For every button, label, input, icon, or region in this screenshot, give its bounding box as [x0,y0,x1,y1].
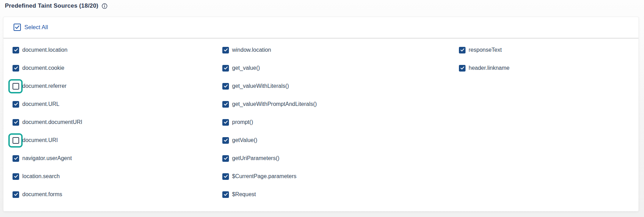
taint-source-label[interactable]: get_valueWithLiterals() [232,83,289,89]
taint-source-checkbox[interactable] [459,65,466,72]
taint-source-label[interactable]: navigator.userAgent [22,155,72,161]
taint-source-checkbox[interactable] [459,47,466,53]
taint-source-checkbox[interactable] [222,83,229,90]
taint-source-item: header.linkname [459,59,509,77]
taint-source-item: $Request [222,185,317,203]
taint-source-checkbox[interactable] [13,47,19,53]
taint-source-item: window.location [222,41,317,59]
taint-source-item: document.documentURI [13,113,82,131]
checkbox-wrap [222,119,229,126]
checkbox-wrap [13,137,19,144]
taint-source-checkbox[interactable] [13,173,19,180]
taint-source-checkbox[interactable] [222,155,229,162]
checkbox-wrap [222,173,229,180]
taint-source-label[interactable]: prompt() [232,119,253,125]
info-icon[interactable] [102,3,108,9]
taint-source-item: get_valueWithPromptAndLiterals() [222,95,317,113]
taint-source-label[interactable]: get_value() [232,65,260,71]
taint-source-item: document.referrer [13,77,82,95]
taint-source-item: document.location [13,41,82,59]
checkbox-wrap [13,173,19,180]
taint-source-checkbox[interactable] [222,65,229,72]
divider [3,38,638,39]
taint-source-checkbox[interactable] [222,137,229,144]
taint-source-checkbox[interactable] [222,173,229,180]
section-title: Predefined Taint Sources (18/20) [5,2,98,9]
select-all-label[interactable]: Select All [24,24,48,31]
taint-source-item: $CurrentPage.parameters [222,167,317,185]
taint-source-item: prompt() [222,113,317,131]
checkbox-wrap [222,101,229,108]
taint-sources-column: document.location document.cookie docume… [13,41,82,203]
taint-source-label[interactable]: location.search [22,173,60,180]
taint-source-label[interactable]: header.linkname [469,65,509,71]
checkbox-wrap [222,191,229,198]
taint-sources-column: responseText header.linkname [459,41,509,77]
taint-source-checkbox[interactable] [222,47,229,53]
taint-source-label[interactable]: window.location [232,47,271,53]
taint-source-checkbox[interactable] [13,65,19,72]
taint-source-label[interactable]: document.URL [22,101,59,107]
checkbox-wrap [13,191,19,198]
taint-sources-column: window.location get_value() get_valueWit… [222,41,317,203]
taint-source-label[interactable]: responseText [469,47,502,53]
section-header: Predefined Taint Sources (18/20) [5,2,108,9]
checkbox-wrap [459,47,466,53]
checkbox-wrap [222,83,229,90]
taint-source-item: get_value() [222,59,317,77]
taint-source-item: location.search [13,167,82,185]
checkbox-wrap [222,155,229,162]
taint-sources-panel: Select All document.location document.co… [3,17,639,211]
taint-source-checkbox[interactable] [13,83,19,90]
checkbox-wrap [222,137,229,144]
taint-source-label[interactable]: getUriParameters() [232,155,279,161]
taint-source-label[interactable]: $Request [232,191,256,198]
checkbox-wrap [222,47,229,53]
taint-source-item: document.forms [13,185,82,203]
checkbox-wrap [459,65,466,72]
checkbox-wrap [13,119,19,126]
taint-source-item: getValue() [222,131,317,149]
taint-source-checkbox[interactable] [222,119,229,126]
taint-source-checkbox[interactable] [13,137,19,144]
checkbox-wrap [222,65,229,72]
taint-source-label[interactable]: document.forms [22,191,62,198]
checkbox-wrap [13,83,19,90]
taint-source-label[interactable]: get_valueWithPromptAndLiterals() [232,101,317,107]
taint-sources-list: document.location document.cookie docume… [3,41,638,211]
checkbox-wrap [13,101,19,108]
taint-source-item: navigator.userAgent [13,149,82,167]
taint-source-label[interactable]: document.location [22,47,67,53]
taint-source-item: document.cookie [13,59,82,77]
taint-source-label[interactable]: document.documentURI [22,119,82,125]
taint-source-label[interactable]: getValue() [232,137,257,143]
taint-source-label[interactable]: document.URI [22,137,58,143]
checkbox-wrap [13,47,19,53]
taint-source-item: document.URL [13,95,82,113]
select-all[interactable]: Select All [14,24,48,31]
checkbox-wrap [13,155,19,162]
taint-source-checkbox[interactable] [222,101,229,108]
taint-source-label[interactable]: $CurrentPage.parameters [232,173,296,180]
taint-source-label[interactable]: document.cookie [22,65,64,71]
checkbox-wrap [13,65,19,72]
taint-source-checkbox[interactable] [13,191,19,198]
select-all-checkbox[interactable] [14,24,21,31]
taint-source-checkbox[interactable] [13,101,19,108]
taint-source-item: get_valueWithLiterals() [222,77,317,95]
taint-source-checkbox[interactable] [13,155,19,162]
taint-source-label[interactable]: document.referrer [22,83,66,89]
taint-source-item: getUriParameters() [222,149,317,167]
taint-source-item: responseText [459,41,509,59]
taint-source-checkbox[interactable] [222,191,229,198]
taint-source-item: document.URI [13,131,82,149]
taint-source-checkbox[interactable] [13,119,19,126]
